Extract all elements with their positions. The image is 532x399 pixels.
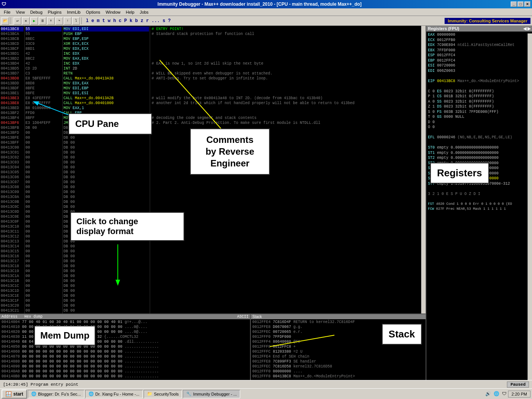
menu-options[interactable]: Options [84, 10, 103, 15]
menu-window[interactable]: Window [103, 10, 123, 15]
taskbar: 🪟 start 🌐 Blogger: Dr. Fu's Sec... 🌐 Dr.… [0, 388, 532, 399]
close-button[interactable]: ✕ [524, 2, 530, 7]
tray-icons: 🔊 🌐 🛡 [485, 391, 507, 397]
memdump-header: Address Hex dump ASCII [0, 314, 250, 319]
menu-file[interactable]: File [2, 10, 13, 15]
main-wrapper: 🛡 Immunity Debugger - Max++ downloader i… [0, 0, 532, 388]
bottom-area: Address Hex dump ASCII 00414004 77 00 40… [0, 314, 426, 380]
toolbar-step-over[interactable]: ↷ [55, 17, 63, 25]
disasm-scrollbar[interactable] [421, 26, 426, 314]
stack-header: Stack [251, 314, 426, 319]
disasm-addr-col: 00413BC8 00413BCA 00413BCB 00413BCD 0041… [0, 26, 25, 314]
menu-view[interactable]: View [14, 10, 27, 15]
menu-help[interactable]: Help [124, 10, 137, 15]
maximize-button[interactable]: □ [518, 2, 524, 7]
registers-scrollbar[interactable] [527, 33, 532, 380]
titlebar-icon: 🛡 [2, 2, 6, 7]
taskbar-tray: 🔊 🌐 🛡 2:20 PM [485, 391, 530, 397]
menu-plugins[interactable]: Plugins [46, 10, 64, 15]
disasm-instr-col: MOV EDI,EDI PUSH EBP MOV EBP,ESP XOR ECX… [63, 26, 150, 314]
titlebar: 🛡 Immunity Debugger - Max++ downloader i… [0, 0, 532, 8]
disasm-pane[interactable]: 00413BC8 00413BCA 00413BCB 00413BCD 0041… [0, 26, 426, 314]
immunity-label: Immunity: Consulting Services Manager [445, 18, 530, 24]
toolbar-close[interactable]: ✕ [22, 17, 30, 25]
registers-header: Registers (FPU) ◀ ▶ [426, 26, 532, 32]
toolbar-run[interactable]: ▶ [30, 17, 38, 25]
toolbar-letters: l e m t w h c P k b z r ... s ? [84, 18, 172, 24]
status-paused: Paused [507, 382, 529, 388]
registers-pane: Registers (FPU) ◀ ▶ EAX 00000000 ECX 001… [426, 26, 532, 380]
toolbar-step-into[interactable]: ⬇ [47, 17, 55, 25]
stack-pane[interactable]: Stack 0012FFE4 7C816D4F RETURN to kernel… [251, 314, 426, 380]
toolbar-pause[interactable]: ⏸ [39, 17, 46, 25]
security-tools-label: SecurityTools [154, 392, 179, 396]
memdump-pane[interactable]: Address Hex dump ASCII 00414004 77 00 40… [0, 314, 251, 380]
disasm-comment-col: # ENTRY POINT! # Standard stack protecti… [150, 26, 426, 314]
clock: 2:20 PM [508, 391, 530, 397]
toolbar: 📂 ↩ ✕ ▶ ⏸ ⬇ ↷ ↑ ⤵ l e m t w h c P k b z … [0, 16, 532, 26]
taskbar-item-immunity[interactable]: 🔧 Immunity Debugger - ... [183, 390, 240, 398]
taskbar-item-blogger[interactable]: 🌐 Blogger: Dr. Fu's Sec... [28, 390, 84, 398]
titlebar-buttons: _ □ ✕ [511, 2, 530, 7]
titlebar-title: Immunity Debugger - Max++ downloader ins… [158, 2, 362, 7]
status-message: [14:20:45] Program entry point [3, 382, 78, 387]
toolbar-sep2 [81, 17, 83, 24]
disasm-bytes-col: 55 55 8BEC 33C9 8BD1 42 8BC2 42 CD 2D C3… [25, 26, 63, 314]
menubar: File View Debug Plugins ImmLib Options W… [0, 8, 532, 16]
start-label: start [13, 391, 23, 397]
menu-immlib[interactable]: ImmLib [65, 10, 83, 15]
folder-icon: 📁 [147, 391, 152, 396]
immunity-icon: 🔧 [186, 391, 192, 396]
toolbar-step-out[interactable]: ↑ [64, 17, 71, 25]
toolbar-sep1 [11, 17, 12, 24]
taskbar-item-security[interactable]: 📁 SecurityTools [144, 390, 182, 398]
taskbar-item-home[interactable]: 🌐 Dr. Xiang Fu - Home -... [85, 390, 143, 398]
menu-jobs[interactable]: Jobs [138, 10, 151, 15]
toolbar-trace[interactable]: ⤵ [72, 17, 80, 25]
statusbar: [14:20:45] Program entry point Paused [0, 380, 532, 388]
minimize-button[interactable]: _ [511, 2, 517, 7]
start-icon: 🪟 [5, 391, 12, 397]
blogger-icon: 🌐 [31, 391, 36, 396]
toolbar-restart[interactable]: ↩ [14, 17, 21, 25]
left-panel: 00413BC8 00413BCA 00413BCB 00413BCD 0041… [0, 26, 426, 380]
home-icon: 🌐 [89, 391, 94, 396]
start-button[interactable]: 🪟 start [2, 390, 27, 399]
toolbar-open[interactable]: 📂 [2, 17, 9, 25]
menu-debug[interactable]: Debug [28, 10, 44, 15]
cpu-registers-area: 00413BC8 00413BCA 00413BCB 00413BCD 0041… [0, 26, 532, 380]
